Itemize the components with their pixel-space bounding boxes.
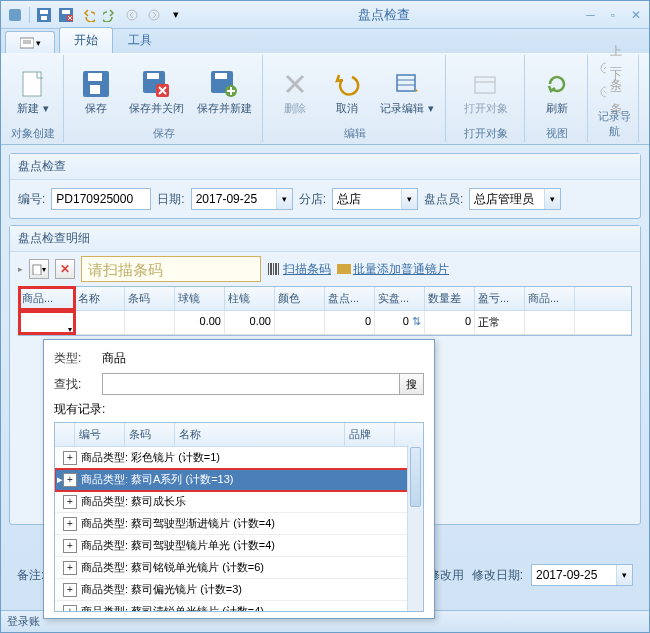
col-header[interactable]: 条码 bbox=[125, 287, 175, 310]
svg-rect-33 bbox=[273, 263, 274, 275]
save-button[interactable]: 保存 bbox=[72, 57, 120, 125]
maximize-button[interactable]: ▫ bbox=[607, 8, 619, 22]
header-panel: 盘点检查 编号: 日期: 2017-09-25▾ 分店: 总店▾ 盘点员: 总店… bbox=[9, 153, 641, 219]
svg-rect-20 bbox=[215, 73, 227, 79]
qat-save-icon[interactable] bbox=[34, 5, 54, 25]
cancel-label: 取消 bbox=[336, 102, 358, 115]
col-header[interactable]: 商品... bbox=[19, 287, 75, 310]
save-new-icon bbox=[208, 68, 240, 100]
open-icon bbox=[470, 68, 502, 100]
minimize-button[interactable]: ─ bbox=[582, 8, 599, 22]
scrollbar[interactable] bbox=[407, 445, 423, 611]
date-label: 日期: bbox=[157, 191, 184, 208]
col-header[interactable]: 球镜 bbox=[175, 287, 225, 310]
save-new-button[interactable]: 保存并新建 bbox=[192, 57, 256, 125]
edit-record-button[interactable]: 记录编辑 ▾ bbox=[375, 57, 439, 125]
qat-next-icon[interactable] bbox=[144, 5, 164, 25]
svg-rect-17 bbox=[147, 73, 159, 79]
col-header[interactable]: 商品... bbox=[525, 287, 575, 310]
save-label: 保存 bbox=[85, 102, 107, 115]
chevron-down-icon[interactable]: ▾ bbox=[544, 189, 560, 209]
group-row[interactable]: +商品类型: 蔡司清锐单光镜片 (计数=4) bbox=[55, 601, 423, 612]
svg-rect-32 bbox=[270, 263, 272, 275]
svg-rect-14 bbox=[88, 73, 102, 81]
svg-rect-35 bbox=[278, 263, 279, 275]
tab-start[interactable]: 开始 bbox=[59, 27, 113, 53]
delete-icon bbox=[279, 68, 311, 100]
count-cell: 0 bbox=[325, 311, 375, 334]
product-dropdown-panel: 类型: 商品 查找: 搜 现有记录: 编号 条码 名称 品牌 +商品 bbox=[43, 339, 435, 619]
next-record-button[interactable]: 下一条 bbox=[596, 81, 632, 103]
dropdown-grid: 编号 条码 名称 品牌 +商品类型: 彩色镜片 (计数=1)▸+商品类型: 蔡司… bbox=[54, 422, 424, 612]
search-input[interactable] bbox=[102, 373, 400, 395]
qat-prev-icon[interactable] bbox=[122, 5, 142, 25]
open-object-button[interactable]: 打开对象 bbox=[454, 57, 518, 125]
qat-redo-icon[interactable] bbox=[100, 5, 120, 25]
col-header[interactable]: 数量差 bbox=[425, 287, 475, 310]
col-header[interactable]: 名称 bbox=[75, 287, 125, 310]
qat-saveclose-icon[interactable] bbox=[56, 5, 76, 25]
group-row[interactable]: +商品类型: 蔡司驾驶型渐进镜片 (计数=4) bbox=[55, 513, 423, 535]
col-header[interactable]: 柱镜 bbox=[225, 287, 275, 310]
new-button[interactable]: 新建 ▾ bbox=[9, 57, 57, 125]
delete-row-button[interactable]: ▾ bbox=[29, 259, 49, 279]
diff-cell: 0 bbox=[425, 311, 475, 334]
group-row[interactable]: ▸+商品类型: 蔡司A系列 (计数=13) bbox=[55, 469, 423, 491]
tab-tools[interactable]: 工具 bbox=[113, 27, 167, 53]
group-row[interactable]: +商品类型: 彩色镜片 (计数=1) bbox=[55, 447, 423, 469]
add-lens-link[interactable]: 批量添加普通镜片 bbox=[337, 261, 449, 278]
status-account: 登录账 bbox=[7, 614, 40, 629]
svg-rect-3 bbox=[41, 16, 47, 20]
group-row[interactable]: +商品类型: 蔡司铭锐单光镜片 (计数=6) bbox=[55, 557, 423, 579]
chevron-down-icon[interactable]: ▾ bbox=[616, 565, 632, 585]
remove-button[interactable]: ✕ bbox=[55, 259, 75, 279]
product-dropdown-cell[interactable]: ▾ bbox=[19, 311, 75, 334]
save-close-button[interactable]: 保存并关闭 bbox=[124, 57, 188, 125]
save-new-label: 保存并新建 bbox=[197, 102, 252, 115]
search-label: 查找: bbox=[54, 376, 94, 393]
grid-header: 商品...名称条码球镜柱镜颜色盘点...实盘...数量差盈亏...商品... bbox=[19, 287, 631, 311]
chevron-down-icon[interactable]: ▾ bbox=[401, 189, 417, 209]
status-cell: 正常 bbox=[475, 311, 525, 334]
svg-rect-31 bbox=[268, 263, 269, 275]
col-header[interactable]: 实盘... bbox=[375, 287, 425, 310]
app-icon[interactable] bbox=[5, 5, 25, 25]
scan-input[interactable] bbox=[81, 256, 261, 282]
group-nav-label: 记录导航 bbox=[596, 108, 632, 140]
grid-row[interactable]: ▾ 0.00 0.00 0 0 ⇅ 0 正常 bbox=[19, 311, 631, 335]
cancel-button[interactable]: 取消 bbox=[323, 57, 371, 125]
qat-undo-icon[interactable] bbox=[78, 5, 98, 25]
svg-point-8 bbox=[149, 10, 159, 20]
moddate-label: 修改日期: bbox=[472, 567, 523, 584]
num-input[interactable] bbox=[51, 188, 151, 210]
branch-combo[interactable]: 总店▾ bbox=[332, 188, 418, 210]
col-num: 编号 bbox=[75, 423, 125, 446]
date-combo[interactable]: 2017-09-25▾ bbox=[191, 188, 293, 210]
svg-rect-22 bbox=[397, 75, 415, 91]
scroll-thumb[interactable] bbox=[410, 447, 421, 507]
delete-button[interactable]: 删除 bbox=[271, 57, 319, 125]
group-row[interactable]: +商品类型: 蔡司驾驶型镜片单光 (计数=4) bbox=[55, 535, 423, 557]
col-header[interactable]: 颜色 bbox=[275, 287, 325, 310]
svg-rect-34 bbox=[275, 263, 277, 275]
scan-barcode-link[interactable]: 扫描条码 bbox=[267, 261, 331, 278]
save-close-icon bbox=[140, 68, 172, 100]
file-tab[interactable]: ▾ bbox=[5, 31, 55, 53]
col-name: 名称 bbox=[175, 423, 345, 446]
group-row[interactable]: +商品类型: 蔡司偏光镜片 (计数=3) bbox=[55, 579, 423, 601]
close-window-button[interactable]: ✕ bbox=[627, 8, 645, 22]
moddate-combo[interactable]: 2017-09-25▾ bbox=[531, 564, 633, 586]
search-button[interactable]: 搜 bbox=[400, 373, 424, 395]
svg-rect-12 bbox=[23, 72, 41, 96]
group-row[interactable]: +商品类型: 蔡司成长乐 bbox=[55, 491, 423, 513]
col-header[interactable]: 盈亏... bbox=[475, 287, 525, 310]
edit-record-label: 记录编辑 bbox=[380, 102, 424, 114]
chevron-down-icon[interactable]: ▾ bbox=[276, 189, 292, 209]
qat-dropdown-icon[interactable]: ▾ bbox=[166, 5, 186, 25]
staff-combo[interactable]: 总店管理员▾ bbox=[469, 188, 561, 210]
branch-label: 分店: bbox=[299, 191, 326, 208]
group-edit-label: 编辑 bbox=[271, 125, 439, 142]
col-header[interactable]: 盘点... bbox=[325, 287, 375, 310]
window-title: 盘点检查 bbox=[186, 6, 582, 24]
refresh-button[interactable]: 刷新 bbox=[533, 57, 581, 125]
